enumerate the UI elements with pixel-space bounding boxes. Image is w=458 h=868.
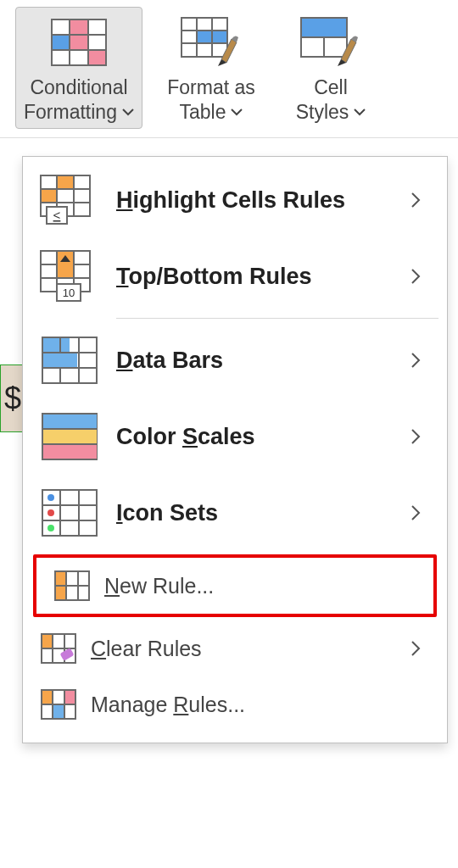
format-as-table-icon (181, 14, 242, 70)
menu-label: New Rule... (104, 574, 422, 598)
icon-sets-icon (38, 487, 101, 539)
data-bars-icon (38, 334, 101, 387)
svg-rect-66 (56, 587, 65, 599)
conditional-formatting-icon (51, 14, 107, 70)
menu-color-scales[interactable]: Color Scales (23, 398, 447, 475)
svg-text:10: 10 (63, 287, 75, 299)
format-as-table-label: Format as Table (167, 75, 255, 125)
menu-label: Data Bars (116, 348, 410, 374)
menu-top-bottom-rules[interactable]: 10 Top/Bottom Rules (23, 238, 447, 314)
svg-rect-15 (213, 31, 226, 42)
chevron-right-icon (410, 192, 435, 209)
svg-point-59 (47, 509, 54, 516)
svg-rect-42 (43, 338, 59, 352)
menu-label: Manage Rules... (91, 693, 435, 717)
menu-label: Color Scales (116, 424, 410, 450)
svg-rect-19 (302, 19, 346, 36)
cell-styles-label: Cell Styles (296, 75, 366, 125)
svg-rect-44 (43, 353, 77, 367)
format-as-table-button[interactable]: Format as Table (148, 7, 275, 129)
chevron-right-icon (410, 352, 435, 369)
svg-rect-71 (42, 635, 52, 648)
conditional-formatting-dropdown: < Highlight Cells Rules 10 Top/Bo (22, 156, 448, 743)
svg-rect-5 (70, 20, 87, 34)
svg-point-58 (47, 494, 54, 501)
menu-label: Top/Bottom Rules (116, 264, 410, 290)
manage-rules-icon (38, 688, 79, 721)
conditional-formatting-button[interactable]: Conditional Formatting (15, 7, 142, 129)
svg-rect-52 (43, 445, 97, 459)
chevron-down-icon (231, 108, 243, 116)
menu-label: Highlight Cells Rules (116, 187, 410, 214)
svg-rect-7 (70, 36, 87, 49)
sheet-cell-value: $ (4, 381, 21, 416)
menu-label: Clear Rules (91, 637, 410, 661)
svg-rect-14 (198, 31, 211, 42)
svg-rect-79 (65, 691, 75, 704)
menu-divider (116, 318, 438, 319)
chevron-right-icon (410, 504, 435, 521)
color-scales-icon (38, 410, 101, 463)
conditional-formatting-label: Conditional Formatting (24, 75, 134, 125)
svg-rect-77 (42, 691, 52, 704)
svg-rect-26 (58, 176, 73, 188)
svg-rect-78 (53, 705, 64, 718)
svg-rect-50 (43, 415, 97, 428)
new-rule-icon (52, 570, 92, 602)
menu-clear-rules[interactable]: Clear Rules (23, 620, 447, 676)
svg-rect-51 (43, 430, 97, 443)
svg-rect-65 (56, 572, 65, 585)
clear-rules-icon (38, 632, 79, 665)
svg-rect-6 (53, 36, 69, 49)
chevron-right-icon (410, 268, 435, 285)
highlight-new-rule: New Rule... (33, 554, 437, 617)
chevron-right-icon (410, 640, 435, 657)
menu-new-rule[interactable]: New Rule... (36, 558, 433, 614)
menu-label: Icon Sets (116, 500, 410, 526)
chevron-down-icon (354, 108, 366, 116)
svg-rect-8 (89, 51, 105, 64)
menu-data-bars[interactable]: Data Bars (23, 322, 447, 398)
menu-manage-rules[interactable]: Manage Rules... (23, 676, 447, 732)
svg-rect-43 (61, 338, 70, 352)
cell-styles-icon (300, 14, 361, 70)
menu-icon-sets[interactable]: Icon Sets (23, 475, 447, 551)
ribbon-styles-group: Conditional Formatting (0, 0, 458, 138)
cell-styles-button[interactable]: Cell Styles (280, 7, 382, 129)
svg-rect-25 (42, 190, 56, 202)
top-bottom-rules-icon: 10 (38, 250, 101, 303)
chevron-down-icon (122, 108, 134, 116)
svg-point-60 (47, 525, 54, 531)
chevron-right-icon (410, 428, 435, 445)
svg-text:<: < (53, 208, 61, 222)
highlight-cells-rules-icon: < (38, 174, 101, 226)
menu-highlight-cells-rules[interactable]: < Highlight Cells Rules (23, 162, 447, 238)
